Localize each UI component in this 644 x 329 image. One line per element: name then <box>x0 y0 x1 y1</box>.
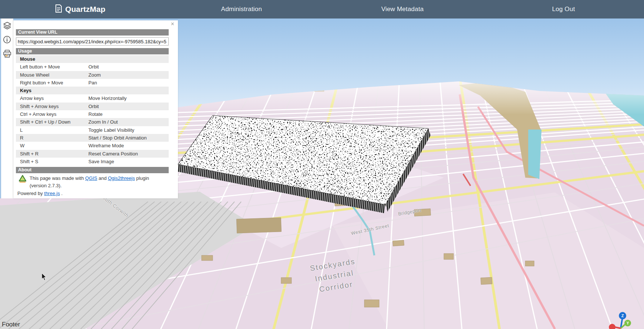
usage-row: Arrow keys Move Horizontally <box>16 94 169 102</box>
usage-row: Left button + Move Orbit <box>16 63 169 71</box>
about-text-prefix: This page was made with <box>30 175 85 181</box>
layers-icon <box>3 21 11 31</box>
info-button[interactable] <box>3 36 11 45</box>
usage-row: Right button + Move Pan <box>16 79 169 87</box>
nav-view-metadata[interactable]: View Metadata <box>381 6 424 13</box>
about-section: This page was made with QGIS and Qgis2th… <box>16 175 169 197</box>
usage-row: Mouse Wheel Zoom <box>16 71 169 79</box>
map-label-stockyards: Stockyards Industrial Corridor <box>309 256 360 296</box>
section-header-about: About <box>16 167 169 173</box>
usage-row: L Toggle Label Visibility <box>16 126 169 134</box>
section-header-url: Current View URL <box>16 29 169 36</box>
document-icon <box>55 4 62 14</box>
axis-x-ball <box>609 324 616 329</box>
mouse-cursor <box>41 273 47 282</box>
top-navbar: QuartzMap Administration View Metadata L… <box>0 0 644 19</box>
left-toolbar <box>0 19 13 198</box>
usage-row: W Wireframe Mode <box>16 142 169 150</box>
usage-row: R Start / Stop Orbit Animation <box>16 134 169 142</box>
section-header-usage: Usage <box>16 48 169 54</box>
print-button[interactable] <box>3 50 11 59</box>
print-icon <box>3 50 11 59</box>
qgis2threejs-logo-icon <box>18 175 27 189</box>
about-text-mid: and <box>97 175 108 181</box>
current-view-url-input[interactable] <box>16 37 169 46</box>
qgis-link[interactable]: QGIS <box>85 175 97 181</box>
nav-log-out[interactable]: Log Out <box>552 6 575 13</box>
footer-label: Footer <box>2 321 20 328</box>
layers-button[interactable] <box>3 22 11 31</box>
usage-row: Shift + Ctrl + Up / Down Zoom In / Out <box>16 118 169 126</box>
qgis2threejs-link[interactable]: Qgis2threejs <box>108 175 135 181</box>
usage-row: Shift + Arrow keys Orbit <box>16 103 169 110</box>
usage-row: Keys <box>16 87 169 94</box>
axis-y-label: Y <box>627 321 629 325</box>
threejs-link[interactable]: three.js <box>44 191 60 196</box>
app-brand[interactable]: QuartzMap <box>55 4 105 14</box>
nav-administration[interactable]: Administration <box>221 6 262 13</box>
help-panel: × Current View URL Usage Mouse Left butt… <box>13 20 178 198</box>
usage-row: Shift + S Save Image <box>16 158 169 165</box>
usage-table: Mouse Left button + Move Orbit Mouse Whe… <box>16 55 169 165</box>
axis-gizmo: Z Y <box>597 302 640 329</box>
close-icon[interactable]: × <box>171 21 174 27</box>
info-icon <box>3 36 11 45</box>
usage-row: Ctrl + Arrow keys Rotate <box>16 110 169 118</box>
usage-row: Mouse <box>16 55 169 63</box>
powered-prefix: Powered by <box>17 191 44 196</box>
app-brand-label: QuartzMap <box>65 5 105 14</box>
usage-row: Shift + R Reset Camera Position <box>16 150 169 158</box>
powered-suffix: . <box>60 191 63 196</box>
axis-z-label: Z <box>621 313 624 318</box>
